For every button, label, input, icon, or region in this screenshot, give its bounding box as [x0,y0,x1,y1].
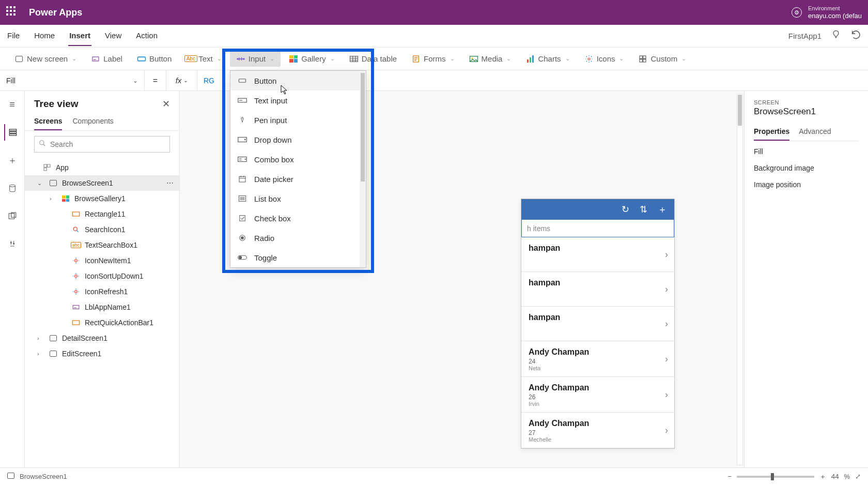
tree-node-iconrefresh1[interactable]: IconRefresh1 [25,284,179,299]
add-icon[interactable]: ＋ [658,203,667,216]
svg-rect-4 [350,56,358,62]
ribbon-label[interactable]: Label [85,51,129,67]
tree-node-textsearchbox1[interactable]: abcTextSearchBox1 [25,237,179,253]
ribbon-button[interactable]: Button [131,51,178,67]
input-option-date-picker[interactable]: Date picker [230,169,366,189]
zoom-fit-button[interactable]: ⤢ [855,473,861,480]
app-launcher-icon[interactable] [6,6,19,19]
environment-label[interactable]: Environment enayu.com (defau [808,5,862,20]
property-selector[interactable]: Fill ⌄ [0,70,145,91]
tab-components[interactable]: Components [72,113,113,130]
list-item[interactable]: Andy Champan26Irvin› [521,377,674,413]
chevron-right-icon: › [665,249,668,260]
tree-view-title: Tree view [34,98,79,110]
tree-node-lblappname1[interactable]: LblAppName1 [25,299,179,315]
input-option-toggle[interactable]: Toggle [230,248,366,267]
input-option-text-input[interactable]: Text input [230,90,366,110]
tree-node-iconsortupdown1[interactable]: IconSortUpDown1 [25,268,179,284]
chevron-down-icon[interactable]: ⌄ [37,180,44,187]
fx-button[interactable]: fx⌄ [166,70,197,91]
zoom-out-button[interactable]: − [727,473,732,480]
chevron-right-icon[interactable]: › [37,335,44,341]
undo-icon[interactable] [850,29,862,43]
environment-icon[interactable]: ⚙ [792,7,802,18]
ribbon-media[interactable]: Media⌄ [463,51,518,67]
list-item[interactable]: hampan› [521,237,674,272]
insert-icon[interactable]: ＋ [4,152,21,169]
input-option-radio[interactable]: Radio [230,228,366,248]
text-input-icon [238,96,247,105]
advanced-tools-icon[interactable] [4,236,21,252]
zoom-unit: % [844,473,850,480]
media-icon[interactable] [4,208,21,224]
refresh-icon[interactable]: ↻ [622,204,629,215]
menu-home[interactable]: Home [33,26,56,46]
input-option-drop-down[interactable]: Drop down [230,130,366,149]
svg-rect-10 [643,56,646,58]
textbox-icon: abc [71,240,81,250]
property-fill[interactable]: Fill [754,147,859,156]
menu-file[interactable]: File [6,26,21,46]
list-item[interactable]: Andy Champan27Mechelle› [521,413,674,448]
input-option-combo-box[interactable]: Combo box [230,149,366,169]
app-checker-icon[interactable] [831,29,841,42]
hamburger-icon[interactable]: ≡ [4,96,21,113]
tab-screens[interactable]: Screens [34,113,62,130]
ribbon-text[interactable]: AbcText⌄ [180,51,228,67]
tree-node-rectangle11[interactable]: Rectangle11 [25,206,179,222]
property-image-position[interactable]: Image position [754,180,859,189]
tree-node-iconnewitem1[interactable]: IconNewItem1 [25,253,179,268]
property-background-image[interactable]: Background image [754,164,859,172]
tree-view-icon[interactable] [4,124,21,141]
input-option-list-box[interactable]: List box [230,189,366,208]
menu-view[interactable]: View [104,26,122,46]
chevron-down-icon: ⌄ [506,55,511,62]
ribbon-forms[interactable]: Forms⌄ [405,51,461,67]
menu-action[interactable]: Action [135,26,159,46]
preview-search[interactable]: h items [521,220,674,237]
menu-scrollbar[interactable] [360,71,366,267]
ribbon-input[interactable]: Input⌄ [230,51,281,67]
tab-advanced[interactable]: Advanced [799,123,831,141]
chevron-right-icon[interactable]: › [50,195,57,202]
tree-node-browsescreen1[interactable]: ⌄BrowseScreen1⋯ [25,175,179,191]
sort-icon[interactable]: ⇅ [640,204,647,215]
app-name-label[interactable]: FirstApp1 [788,32,822,40]
list-item[interactable]: Andy Champan24Neta› [521,341,674,377]
tree-search-input[interactable] [50,140,165,148]
tree-node-searchicon1[interactable]: SearchIcon1 [25,222,179,237]
ribbon-custom[interactable]: Custom⌄ [632,51,692,67]
media-icon [469,54,478,64]
close-icon[interactable]: ✕ [162,98,170,110]
input-option-pen-input[interactable]: Pen input [230,110,366,130]
iconctrl-icon [71,287,81,296]
more-icon[interactable]: ⋯ [166,179,174,187]
tree-node-detailscreen1[interactable]: ›DetailScreen1 [25,330,179,346]
ribbon-new-screen[interactable]: New screen⌄ [8,51,83,67]
list-item[interactable]: hampan› [521,272,674,307]
data-icon[interactable] [4,180,21,196]
list-item[interactable]: hampan› [521,307,674,341]
input-option-button[interactable]: Button [230,71,366,90]
tree-search[interactable] [34,136,170,153]
menu-insert[interactable]: Insert [68,26,91,46]
tree-node-editscreen1[interactable]: ›EditScreen1 [25,346,179,361]
tree-node-rectquickactionbar1[interactable]: RectQuickActionBar1 [25,315,179,330]
custom-icon [638,54,647,64]
ribbon-icons[interactable]: Icons⌄ [578,51,630,67]
tab-properties[interactable]: Properties [754,123,789,141]
ribbon-data-table[interactable]: Data table [343,51,403,67]
tree-node-app[interactable]: App [25,160,179,175]
zoom-slider[interactable] [737,476,814,478]
chevron-right-icon: › [665,425,668,436]
zoom-in-button[interactable]: ＋ [819,472,826,481]
check-box-icon [238,214,247,223]
ribbon-charts[interactable]: Charts⌄ [519,51,576,67]
chevron-right-icon[interactable]: › [37,351,44,357]
input-option-check-box[interactable]: Check box [230,208,366,228]
breadcrumb[interactable]: BrowseScreen1 [20,473,67,480]
tree-node-browsegallery1[interactable]: ›BrowseGallery1 [25,191,179,206]
svg-rect-15 [9,134,17,135]
canvas-scrollbar[interactable] [737,93,743,465]
ribbon-gallery[interactable]: Gallery⌄ [283,51,341,67]
